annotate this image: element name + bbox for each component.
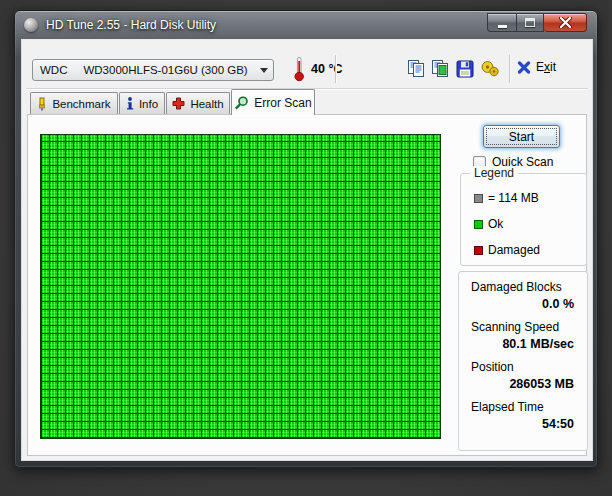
info-tab-icon	[126, 97, 134, 110]
damaged-blocks-value: 0.0 %	[471, 297, 574, 311]
error-scan-tab-icon	[234, 96, 249, 110]
legend-groupbox: Legend = 114 MB Ok Damaged	[460, 173, 587, 266]
tab-label: Error Scan	[254, 96, 311, 110]
toolbar-separator	[335, 55, 336, 83]
tab-label: Health	[190, 98, 223, 110]
scan-stats-panel: Damaged Blocks 0.0 % Scanning Speed 80.1…	[458, 271, 588, 451]
tab-benchmark[interactable]: Benchmark	[30, 92, 118, 114]
tab-label: Benchmark	[52, 98, 110, 110]
minimize-button[interactable]	[487, 13, 516, 32]
close-button[interactable]	[544, 13, 587, 32]
tab-error-scan[interactable]: Error Scan	[231, 89, 315, 115]
options-icon[interactable]	[479, 58, 500, 79]
window-controls	[487, 13, 587, 32]
window-title: HD Tune 2.55 - Hard Disk Utility	[46, 18, 216, 32]
stat-position: Position 286053 MB	[471, 360, 574, 391]
elapsed-time-value: 54:50	[471, 417, 574, 431]
hd-tune-window: HD Tune 2.55 - Hard Disk Utility WDC WD3…	[14, 10, 598, 468]
app-icon	[24, 18, 38, 32]
exit-icon	[517, 61, 531, 74]
blocksize-swatch	[474, 194, 483, 203]
drive-select-dropdown[interactable]: WDC WD3000HLFS-01G6U (300 GB)	[32, 59, 274, 81]
damaged-swatch	[474, 246, 483, 255]
temperature-readout: 40 °C	[311, 62, 342, 76]
copy-text-icon[interactable]	[406, 58, 427, 79]
stat-elapsed-time: Elapsed Time 54:50	[471, 400, 574, 431]
exit-label: Exit	[536, 60, 556, 74]
stat-scanning-speed: Scanning Speed 80.1 MB/sec	[471, 320, 574, 351]
maximize-icon	[525, 18, 535, 27]
scan-grid	[40, 134, 441, 439]
legend-item-blocksize: = 114 MB	[474, 191, 539, 205]
desktop-background: HD Tune 2.55 - Hard Disk Utility WDC WD3…	[0, 0, 612, 496]
exit-button[interactable]: Exit	[517, 60, 556, 74]
copy-image-icon[interactable]	[430, 58, 451, 79]
client-area: WDC WD3000HLFS-01G6U (300 GB) 40 °C	[21, 39, 593, 461]
position-value: 286053 MB	[471, 377, 574, 391]
legend-item-damaged: Damaged	[474, 243, 540, 257]
combo-arrow-icon	[255, 68, 273, 73]
stat-damaged-blocks: Damaged Blocks 0.0 %	[471, 280, 574, 311]
toolbar-separator	[509, 55, 510, 83]
error-scan-page: Start Quick Scan Legend = 114 MB	[27, 114, 587, 456]
tab-health[interactable]: Health	[166, 92, 230, 114]
minimize-icon	[498, 25, 507, 28]
thermometer-icon	[294, 56, 305, 86]
scanning-speed-value: 80.1 MB/sec	[471, 337, 574, 351]
benchmark-tab-icon	[37, 97, 47, 111]
health-tab-icon	[172, 97, 185, 110]
drive-select-value: WDC WD3000HLFS-01G6U (300 GB)	[33, 64, 255, 76]
tab-label: Info	[139, 98, 158, 110]
maximize-button[interactable]	[516, 13, 544, 32]
legend-title: Legend	[470, 166, 518, 180]
legend-item-ok: Ok	[474, 217, 503, 231]
tab-info[interactable]: Info	[119, 92, 165, 114]
start-button[interactable]: Start	[483, 125, 560, 148]
save-icon[interactable]	[454, 58, 475, 79]
titlebar[interactable]: HD Tune 2.55 - Hard Disk Utility	[15, 11, 597, 39]
close-icon	[559, 17, 572, 28]
ok-swatch	[474, 220, 483, 229]
